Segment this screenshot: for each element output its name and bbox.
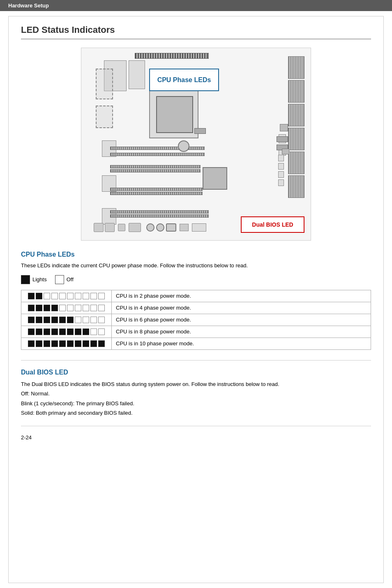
led-4-2: [44, 340, 50, 347]
right-conn-1: [277, 136, 288, 142]
phase-row-led-4: [21, 338, 112, 349]
led-0-7: [83, 293, 89, 299]
dual-bios-line-1: Off: Normal.: [21, 390, 50, 397]
io-port-2: [105, 223, 115, 232]
led-0-0: [28, 293, 35, 299]
led-4-8: [90, 340, 97, 347]
led-0-6: [75, 293, 81, 299]
legend-filled-swatch: [21, 275, 30, 284]
io-port-5: [192, 223, 206, 232]
ram-slots: [288, 56, 307, 212]
led-1-9: [98, 305, 105, 311]
pci-slot-4b: [110, 214, 209, 218]
small-comp-5: [278, 171, 284, 178]
dual-bios-text: The Dual BIOS LED indicates the BIOS sta…: [21, 379, 371, 418]
led-2-6: [75, 317, 81, 323]
led-1-4: [59, 305, 66, 311]
io-small-1: [118, 224, 125, 231]
io-port-4: [180, 224, 189, 231]
led-2-0: [28, 317, 35, 323]
page-wrapper: Hardware Setup LED Status Indicators: [0, 0, 392, 588]
ram-slot-1: [288, 56, 304, 79]
legend-off-label: Off: [67, 276, 74, 283]
led-3-5: [67, 328, 74, 335]
heatsink-left-2: [96, 106, 113, 128]
led-0-4: [59, 293, 66, 299]
pci-slot-4: [110, 210, 209, 214]
led-2-7: [83, 317, 89, 323]
led-4-9: [98, 340, 105, 347]
led-2-3: [51, 317, 58, 323]
cpu-socket-inner: [156, 96, 193, 133]
vrm-right: [129, 60, 145, 89]
led-4-7: [83, 340, 89, 347]
ram-slot-4: [288, 128, 304, 150]
led-0-3: [51, 293, 58, 299]
bottom-io-row: [94, 223, 206, 232]
phase-row-desc-1: CPU is in 4 phase power mode.: [112, 302, 371, 314]
led-3-7: [83, 328, 89, 335]
header-bar: Hardware Setup: [0, 0, 392, 11]
dual-bios-title: Dual BIOS LED: [21, 369, 371, 376]
led-0-5: [67, 293, 74, 299]
led-2-2: [44, 317, 50, 323]
ram-slot-3: [288, 104, 304, 126]
header-title: Hardware Setup: [8, 2, 49, 9]
content-area: LED Status Indicators: [8, 16, 384, 583]
pci-slot-2: [110, 165, 201, 168]
bios-circle-2: [156, 223, 164, 232]
led-4-5: [67, 340, 74, 347]
dual-bios-line-2: Blink (1 cycle/second): The primary BIOS…: [21, 400, 134, 407]
circle-comp-1: [178, 140, 189, 152]
section-divider: [21, 360, 371, 361]
led-4-6: [75, 340, 81, 347]
led-1-5: [67, 305, 74, 311]
led-1-7: [83, 305, 89, 311]
legend-empty-swatch: [55, 275, 64, 284]
pci-slot-3: [110, 188, 203, 191]
cpu-phase-title: CPU Phase LEDs: [21, 251, 371, 258]
small-comp-6: [278, 179, 284, 186]
legend-lights: Lights: [21, 275, 47, 284]
io-port-1: [94, 223, 104, 232]
led-1-3: [51, 305, 58, 311]
led-1-1: [36, 305, 42, 311]
dual-bios-led-label: Dual BIOS LED: [241, 216, 304, 233]
led-0-2: [44, 293, 50, 299]
led-0-9: [98, 293, 105, 299]
phase-row-led-3: [21, 326, 112, 338]
pci-slot-2b: [110, 169, 201, 172]
led-2-5: [67, 317, 74, 323]
led-3-9: [98, 328, 105, 335]
phase-row-desc-3: CPU is in 8 phase power mode.: [112, 326, 371, 338]
diagram-inner: CPU Phase LEDs: [81, 48, 311, 240]
ram-slot-6: [288, 175, 304, 198]
led-4-3: [51, 340, 58, 347]
ram-slot-5: [288, 152, 304, 174]
led-3-6: [75, 328, 81, 335]
led-1-0: [28, 305, 35, 311]
legend-lights-label: Lights: [32, 276, 47, 283]
legend-row: Lights Off: [21, 275, 371, 284]
dual-bios-line-3: Solid: Both primary and secondary BIOS f…: [21, 410, 133, 416]
small-comp-3: [278, 155, 284, 161]
phase-row-desc-2: CPU is in 6 phase power mode.: [112, 314, 371, 326]
pci-slot-1b: [110, 153, 205, 156]
motherboard-diagram: CPU Phase LEDs: [81, 48, 311, 241]
heatsink-left: [96, 69, 113, 99]
led-3-8: [90, 328, 97, 335]
chipset: [203, 167, 227, 190]
led-1-2: [44, 305, 50, 311]
ram-slot-2: [288, 80, 304, 103]
pci-slot-1: [110, 147, 205, 150]
led-1-8: [90, 305, 97, 311]
bios-circle-1: [146, 223, 154, 232]
legend-off: Off: [55, 275, 74, 284]
phase-table: CPU is in 2 phase power mode.CPU is in 4…: [21, 290, 371, 350]
led-4-0: [28, 340, 35, 347]
small-header-1: [282, 149, 289, 154]
bios-rect: [166, 223, 176, 232]
phase-row-desc-0: CPU is in 2 phase power mode.: [112, 290, 371, 302]
cpu-phase-led-label: CPU Phase LEDs: [149, 69, 219, 91]
pci-slot-3b: [110, 192, 203, 195]
